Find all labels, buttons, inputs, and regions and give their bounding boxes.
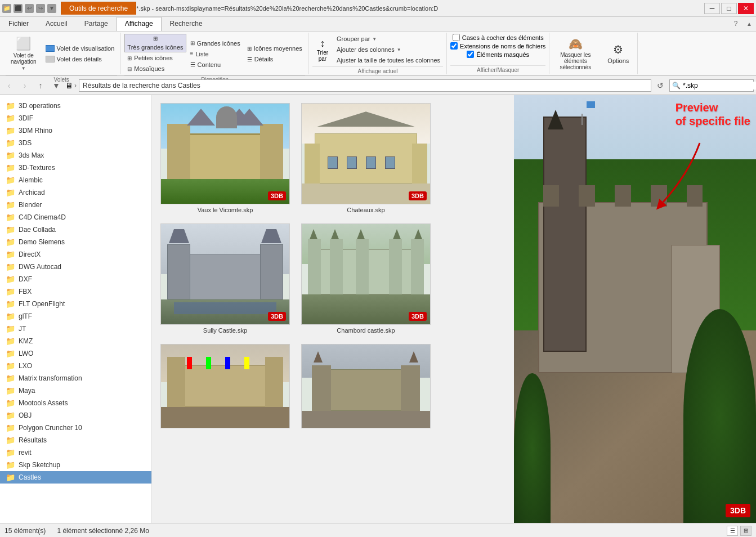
icones-moyennes-button[interactable]: ⊞ Icônes moyennes [244, 43, 305, 53]
sidebar-item-obj[interactable]: 📁OBJ [0, 409, 151, 422]
volet-navigation-button[interactable]: ⬜ Volet denavigation ▼ [6, 34, 42, 74]
help-button[interactable]: ? [729, 17, 742, 30]
ajouter-colonnes-button[interactable]: Ajouter des colonnes ▼ [334, 44, 443, 55]
address-path[interactable]: Résultats de la recherche dans Castles [79, 79, 651, 92]
sidebar-item-dae-collada[interactable]: 📁Dae Collada [0, 223, 151, 236]
liste-button[interactable]: ≡ Liste [187, 49, 243, 59]
tab-recherche[interactable]: Recherche [162, 17, 211, 31]
sidebar-item-kmz[interactable]: 📁KMZ [0, 335, 151, 347]
extensions-label: Extensions de noms de fichiers [460, 43, 545, 50]
undo-icon[interactable]: ↩ [25, 4, 34, 13]
sidebar-item-gltf[interactable]: 📁glTF [0, 310, 151, 323]
sidebar-item-3dm-rhino[interactable]: 📁3DM Rhino [0, 124, 151, 137]
tab-affichage[interactable]: Affichage [117, 17, 162, 31]
sidebar-item-demo-siemens[interactable]: 📁Demo Siemens [0, 236, 151, 248]
ajuster-label: Ajuster la taille de toutes les colonnes [337, 57, 440, 64]
tab-fichier[interactable]: Fichier [0, 17, 37, 31]
trier-icon: ↕ [320, 38, 325, 50]
ribbon-collapse-button[interactable]: ▲ [742, 17, 756, 30]
tab-accueil[interactable]: Accueil [37, 17, 76, 31]
extensions-checkbox[interactable] [450, 42, 458, 50]
folder-icon: 📁 [6, 312, 15, 321]
search-input[interactable] [683, 82, 756, 90]
sidebar-item-revit[interactable]: 📁revit [0, 446, 151, 459]
quick-access-icon[interactable]: ⬛ [14, 4, 23, 13]
dropdown-icon[interactable]: ▼ [47, 4, 56, 13]
masques-checkbox[interactable] [467, 51, 474, 58]
volet-visualisation-button[interactable]: Volet de visualisation [43, 43, 118, 53]
sidebar-item-flt-openflight[interactable]: 📁FLT OpenFlight [0, 298, 151, 310]
options-button[interactable]: ⚙ Options [602, 40, 634, 67]
sidebar-item-blender[interactable]: 📁Blender [0, 199, 151, 211]
close-button[interactable]: ✕ [738, 3, 754, 14]
folder-icon: 📁 [6, 337, 15, 346]
sidebar-item-fbx[interactable]: 📁FBX [0, 285, 151, 298]
redo-icon[interactable]: ↪ [36, 4, 45, 13]
sidebar-item-castles[interactable]: 📁Castles [0, 471, 151, 484]
address-bar: ‹ › ↑ ▼ 🖥 › Résultats de la recherche da… [0, 76, 756, 95]
title-bar: 📁 ⬛ ↩ ↪ ▼ Outils de recherche *.skp - se… [0, 0, 756, 17]
preview-badge: 3DB [726, 504, 750, 517]
trier-par-button[interactable]: ↕ Trierpar [312, 37, 333, 63]
file-item-vaux[interactable]: 3DB Vaux le Vicomte.skp [158, 101, 293, 216]
folder-icon: 📁 [6, 176, 15, 185]
file-item-chambord[interactable]: 3DB Chambord castle.skp [298, 221, 433, 336]
main-layout: 📁3D operations 📁3DIF 📁3DM Rhino 📁3DS 📁3d… [0, 95, 756, 523]
file-item-sully[interactable]: 3DB Sully Castle.skp [158, 221, 293, 336]
masques-checkbox-container: Éléments masqués [467, 51, 529, 58]
sidebar-item-polygon-cruncher[interactable]: 📁Polygon Cruncher 10 [0, 422, 151, 434]
sidebar-item-resultats[interactable]: 📁Résultats [0, 434, 151, 446]
sidebar-item-directx[interactable]: 📁DirectX [0, 248, 151, 261]
sidebar-item-lxo[interactable]: 📁LXO [0, 360, 151, 372]
cases-label: Cases à cocher des éléments [462, 34, 544, 41]
contenu-button[interactable]: ☰ Contenu [187, 60, 243, 70]
grandes-icones-button[interactable]: ⊞ Grandes icônes [187, 38, 243, 48]
volet-det-label: Volet des détails [57, 56, 102, 62]
sidebar-item-skp-sketchup[interactable]: 📁Skp Sketchup [0, 459, 151, 471]
large-icons-view-button[interactable]: ⊞ [740, 526, 751, 536]
sidebar-item-mootools-assets[interactable]: 📁Mootools Assets [0, 397, 151, 409]
icones-moyennes-icon: ⊞ [247, 46, 252, 52]
sidebar-item-3ds-max[interactable]: 📁3ds Max [0, 149, 151, 162]
sidebar-item-matrix-transformation[interactable]: 📁Matrix transformation [0, 372, 151, 384]
sidebar-item-3dif[interactable]: 📁3DIF [0, 112, 151, 124]
sidebar-item-archicad[interactable]: 📁Archicad [0, 186, 151, 199]
grouper-par-button[interactable]: Grouper par ▼ [334, 34, 443, 44]
sidebar-item-jt[interactable]: 📁JT [0, 323, 151, 335]
tres-grandes-icones-button[interactable]: ⊞ Très grandes icônes [124, 34, 186, 52]
file-label-chateaux: Chateaux.skp [347, 207, 384, 213]
file-item-small2[interactable] [298, 342, 433, 431]
tab-partage[interactable]: Partage [76, 17, 117, 31]
volets-col: Volet de visualisation Volet des détails [43, 43, 118, 64]
maximize-button[interactable]: □ [721, 3, 737, 14]
sidebar-item-dxf[interactable]: 📁DXF [0, 273, 151, 285]
recent-locations-button[interactable]: ▼ [50, 79, 63, 92]
sidebar-item-3ds[interactable]: 📁3DS [0, 137, 151, 149]
file-item-small1[interactable] [158, 342, 293, 431]
sidebar-item-3d-textures[interactable]: 📁3D-Textures [0, 162, 151, 174]
sidebar-item-maya[interactable]: 📁Maya [0, 384, 151, 397]
sidebar-item-c4d-cinema4d[interactable]: 📁C4D Cinema4D [0, 211, 151, 223]
refresh-button[interactable]: ↺ [654, 79, 667, 92]
volet-nav-label: Volet denavigation [11, 52, 37, 65]
masquer-elements-button[interactable]: 🙈 Masquer les éléments sélectionnés [553, 34, 598, 73]
volet-details-button[interactable]: Volet des détails [43, 54, 118, 64]
sidebar-item-3d-operations[interactable]: 📁3D operations [0, 100, 151, 112]
mosaiques-button[interactable]: ⊟ Mosaïques [124, 64, 186, 74]
minimize-button[interactable]: ─ [704, 3, 720, 14]
file-item-chateaux[interactable]: 3DB Chateaux.skp [298, 101, 433, 216]
ribbon-group-masquer: Cases à cocher des éléments Extensions d… [447, 33, 549, 74]
tools-tab[interactable]: Outils de recherche [61, 2, 136, 15]
sidebar-item-alembic[interactable]: 📁Alembic [0, 174, 151, 186]
petites-icones-button[interactable]: ⊞ Petites icônes [124, 53, 186, 63]
ajuster-colonnes-button[interactable]: Ajuster la taille de toutes les colonnes [334, 55, 443, 65]
sidebar-item-dwg-autocad[interactable]: 📁DWG Autocad [0, 261, 151, 273]
sidebar-label: Skp Sketchup [19, 461, 60, 469]
details-view-button[interactable]: ☰ [727, 526, 738, 536]
sidebar-item-lwo[interactable]: 📁LWO [0, 347, 151, 360]
up-button[interactable]: ↑ [34, 79, 47, 92]
forward-button[interactable]: › [18, 79, 32, 92]
details-button[interactable]: ☰ Détails [244, 54, 305, 64]
cases-checkbox[interactable] [453, 34, 460, 41]
back-button[interactable]: ‹ [2, 79, 16, 92]
